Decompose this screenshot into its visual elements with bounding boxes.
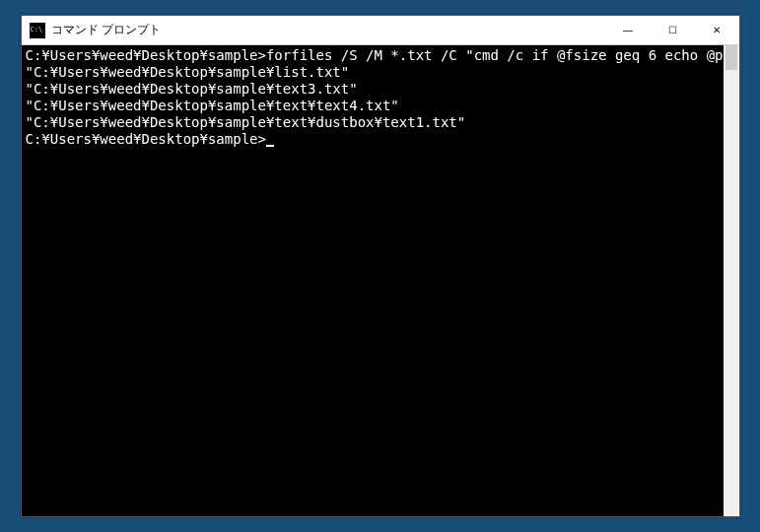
prompt-text: C:¥Users¥weed¥Desktop¥sample> (26, 131, 266, 147)
maximize-button[interactable]: ☐ (651, 16, 695, 44)
cursor (266, 145, 274, 147)
close-button[interactable]: ✕ (695, 16, 739, 44)
output-line: "C:¥Users¥weed¥Desktop¥sample¥list.txt" (26, 64, 720, 81)
output-line: "C:¥Users¥weed¥Desktop¥sample¥text3.txt" (26, 81, 720, 98)
minimize-button[interactable]: — (606, 16, 651, 44)
titlebar[interactable]: コマンド プロンプト — ☐ ✕ (22, 16, 739, 45)
command-prompt-window: コマンド プロンプト — ☐ ✕ C:¥Users¥weed¥Desktop¥s… (21, 15, 740, 517)
output-line: "C:¥Users¥weed¥Desktop¥sample¥text¥text4… (26, 98, 720, 114)
command-text: forfiles /S /M *.txt /C "cmd /c if @fsiz… (266, 47, 724, 63)
output-line: "C:¥Users¥weed¥Desktop¥sample¥text¥dustb… (26, 114, 720, 131)
scrollbar[interactable] (724, 45, 739, 516)
prompt-text: C:¥Users¥weed¥Desktop¥sample> (26, 47, 266, 63)
terminal-output[interactable]: C:¥Users¥weed¥Desktop¥sample>forfiles /S… (22, 45, 724, 516)
terminal-area: C:¥Users¥weed¥Desktop¥sample>forfiles /S… (22, 45, 739, 516)
titlebar-controls: — ☐ ✕ (606, 16, 739, 44)
scrollbar-thumb[interactable] (725, 45, 737, 70)
window-title: コマンド プロンプト (51, 22, 606, 38)
cmd-icon (30, 23, 45, 38)
